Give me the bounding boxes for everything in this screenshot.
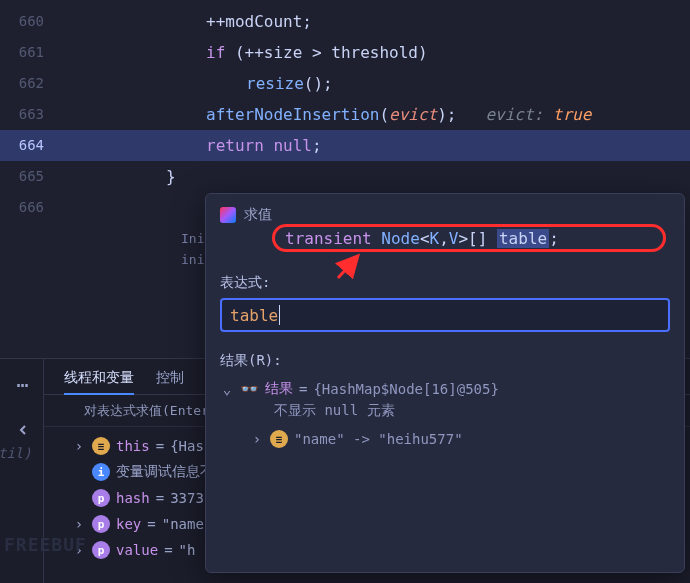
object-badge-icon: ≡ xyxy=(92,437,110,455)
result-note: 不显示 null 元素 xyxy=(220,402,670,426)
annotation-declaration: transient Node<K, V>[] table; xyxy=(272,224,666,252)
param-badge-icon: p xyxy=(92,541,110,559)
line-number: 660 xyxy=(0,6,56,37)
more-icon[interactable]: ⋯ xyxy=(16,373,26,397)
param-badge-icon: p xyxy=(92,489,110,507)
frame-label: til) xyxy=(0,440,32,466)
chevron-down-icon[interactable]: ⌄ xyxy=(220,381,234,397)
code-line[interactable]: } xyxy=(56,161,690,192)
expression-value: table xyxy=(230,306,278,325)
object-badge-icon: ≡ xyxy=(270,430,288,448)
line-number: 666 xyxy=(0,192,56,223)
watch-icon: 👓 xyxy=(240,380,259,398)
result-entry[interactable]: › ≡ "name" -> "heihu577" xyxy=(220,426,670,452)
code-line[interactable]: afterNodeInsertion(evict); evict: true xyxy=(56,99,690,130)
text-caret xyxy=(279,305,280,325)
code-line[interactable]: if (++size > threshold) xyxy=(56,37,690,68)
tab-threads-variables[interactable]: 线程和变量 xyxy=(64,359,134,395)
code-line[interactable]: resize(); xyxy=(56,68,690,99)
chevron-right-icon[interactable]: › xyxy=(72,516,86,532)
result-root[interactable]: ⌄ 👓 结果 = {HashMap$Node[16]@505} xyxy=(220,376,670,402)
info-badge-icon: i xyxy=(92,463,110,481)
intellij-icon xyxy=(220,207,236,223)
arrow-annotation-icon xyxy=(334,252,364,282)
param-badge-icon: p xyxy=(92,515,110,533)
code-line[interactable]: ++modCount; xyxy=(56,6,690,37)
code-line-current[interactable]: return null; xyxy=(56,130,690,161)
result-label: 结果(R): xyxy=(220,352,670,370)
gutter: 660 661 662 663 664 665 666 xyxy=(0,0,56,340)
line-number: 664 xyxy=(0,130,56,161)
expression-input[interactable]: table xyxy=(220,298,670,332)
line-number: 665 xyxy=(0,161,56,192)
line-number: 662 xyxy=(0,68,56,99)
watermark-text: FREEBUF xyxy=(4,534,87,555)
chevron-right-icon[interactable]: › xyxy=(250,431,264,447)
result-tree[interactable]: ⌄ 👓 结果 = {HashMap$Node[16]@505} 不显示 null… xyxy=(220,376,670,452)
chevron-right-icon[interactable]: › xyxy=(72,438,86,454)
tab-console[interactable]: 控制 xyxy=(156,359,184,395)
line-number: 663 xyxy=(0,99,56,130)
evaluate-dialog[interactable]: 求值 transient Node<K, V>[] table; 表达式: ta… xyxy=(205,193,685,573)
dialog-title: 求值 xyxy=(244,206,272,224)
dialog-header: 求值 xyxy=(220,206,670,224)
line-number: 661 xyxy=(0,37,56,68)
expression-label: 表达式: xyxy=(220,274,670,292)
